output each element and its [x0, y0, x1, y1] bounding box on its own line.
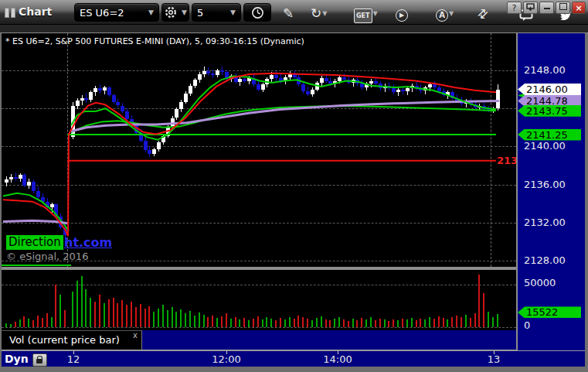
- candle: [320, 78, 324, 83]
- volume-bar: [85, 289, 87, 328]
- chart-settings-button[interactable]: ▼: [161, 3, 189, 22]
- candle: [54, 204, 58, 217]
- chevron-down-icon: ▼: [182, 9, 187, 16]
- lock-button[interactable]: [32, 353, 47, 367]
- candle: [247, 78, 251, 81]
- candle: [392, 88, 396, 92]
- volume-bar: [90, 298, 91, 328]
- volume-axis-label: 50000: [524, 277, 556, 288]
- volume-bar: [15, 322, 16, 327]
- candle: [410, 86, 414, 89]
- volume-bar: [10, 324, 12, 327]
- tab-row: Vol (current price bar) x: [2, 330, 516, 350]
- candle: [166, 128, 170, 136]
- volume-bar: [81, 276, 83, 327]
- candle: [171, 118, 175, 128]
- volume-bar: [46, 313, 48, 327]
- volume-bar: [162, 305, 164, 327]
- volume-bar: [189, 311, 191, 327]
- candle: [270, 75, 274, 79]
- candle: [46, 202, 49, 207]
- watermark-highlight: Direction: [6, 235, 63, 250]
- candle: [19, 175, 22, 179]
- volume-bar: [230, 319, 232, 327]
- candle: [80, 98, 84, 101]
- price-axis[interactable]: 2148.002140.002136.002132.002128.002144.…: [516, 33, 585, 350]
- volume-bar: [338, 317, 340, 327]
- candle: [491, 108, 495, 110]
- candle: [338, 77, 342, 81]
- volume-bar: [203, 315, 205, 328]
- toolbar-lower-strip: [0, 25, 588, 33]
- price-axis-label: 2128.00: [524, 254, 566, 266]
- candle: [379, 84, 382, 88]
- copyright-text: © eSignal, 2016: [6, 251, 88, 262]
- volume-bar: [420, 319, 421, 327]
- close-icon[interactable]: x: [133, 332, 138, 340]
- reload-button[interactable]: ↻▼: [311, 8, 327, 19]
- volume-bar: [19, 319, 21, 327]
- volume-bar: [294, 319, 295, 327]
- tab-volume-study[interactable]: Vol (current price bar) x: [2, 330, 142, 350]
- replay-button[interactable]: ▶: [396, 8, 408, 22]
- volume-bar: [289, 317, 291, 327]
- candle: [423, 87, 427, 90]
- candle: [288, 74, 292, 77]
- indicator-lines: [2, 33, 516, 267]
- candle: [460, 101, 464, 104]
- price-pane[interactable]: * ES U6=2, S&P 500 FUTURES E-MINI (DAY),…: [2, 33, 516, 267]
- get-data-button[interactable]: GET▼: [354, 8, 378, 23]
- volume-bar: [343, 319, 345, 327]
- volume-bar: [429, 317, 430, 327]
- popout-icon: [526, 3, 535, 11]
- swap-button[interactable]: ⇄: [475, 5, 491, 21]
- volume-bar: [307, 319, 308, 327]
- chevron-down-icon: ▼: [449, 10, 454, 17]
- volume-bar: [235, 317, 236, 327]
- maximize-button[interactable]: [556, 2, 570, 14]
- watermark-link[interactable]: ht.com: [64, 235, 112, 250]
- volume-bar: [121, 300, 123, 327]
- volume-bar: [180, 309, 182, 327]
- volume-bar: [135, 307, 137, 327]
- minimize-button[interactable]: [539, 2, 554, 14]
- time-template-button[interactable]: [243, 3, 271, 22]
- candle: [9, 177, 13, 180]
- candle: [189, 86, 192, 94]
- volume-bar: [352, 319, 354, 327]
- alerts-button[interactable]: A▼: [436, 8, 454, 22]
- volume-bar: [216, 318, 218, 327]
- candle: [36, 191, 40, 196]
- volume-bar: [131, 302, 132, 327]
- volume-bar: [402, 319, 403, 327]
- help-button[interactable]: ?: [507, 2, 522, 14]
- draw-tool-button[interactable]: ✎: [283, 8, 294, 19]
- popout-button[interactable]: [523, 2, 538, 14]
- price-tag-last-price: 2146.00: [518, 84, 581, 95]
- close-button[interactable]: ×: [572, 2, 586, 14]
- volume-bar: [321, 316, 322, 327]
- volume-pane[interactable]: [2, 268, 516, 332]
- volume-bar: [447, 319, 448, 327]
- candle: [478, 106, 481, 108]
- volume-bar: [361, 318, 362, 327]
- candle: [220, 70, 224, 72]
- candle: [184, 94, 188, 102]
- volume-bar: [334, 319, 335, 327]
- time-axis[interactable]: Dyn 1212:0014:0013: [2, 350, 585, 367]
- symbol-combo[interactable]: ES U6=2 ▼: [74, 3, 159, 22]
- candle: [229, 76, 233, 79]
- minimize-icon: [544, 8, 550, 9]
- candle: [144, 141, 148, 150]
- volume-gridline: [2, 285, 516, 285]
- candle: [32, 182, 36, 191]
- volume-bar: [375, 320, 376, 327]
- candle: [433, 84, 437, 87]
- interval-combo[interactable]: 5 ▼: [192, 3, 241, 22]
- volume-bar: [297, 316, 299, 327]
- candle: [482, 106, 486, 110]
- candle: [93, 88, 97, 92]
- price-axis-label: 2140.00: [524, 140, 566, 152]
- candle: [116, 102, 120, 106]
- candle: [279, 78, 283, 81]
